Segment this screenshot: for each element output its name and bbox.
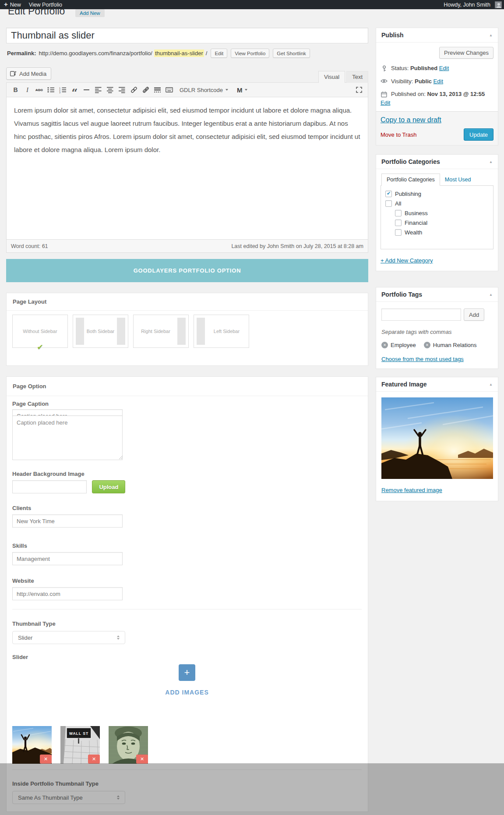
italic-button[interactable]: I [21,85,33,95]
get-shortlink-button[interactable]: Get Shortlink [273,49,310,58]
remove-tag-icon[interactable]: ✕ [424,342,430,348]
featured-image[interactable] [381,397,493,479]
admin-bar-new[interactable]: + New [0,0,25,9]
edit-portfolio-page: + New View Portfolio Howdy, John Smith E… [0,0,504,815]
tab-all-categories[interactable]: Portfolio Categories [381,174,440,186]
publish-title: Publish [381,32,404,39]
edit-visibility-link[interactable]: Edit [434,78,443,85]
word-count-label: Word count: [11,243,40,249]
layout-option-without-sidebar[interactable]: Without Sidebar ✔ [12,315,68,348]
copy-to-draft-link[interactable]: Copy to a new draft [381,116,441,124]
align-left-button[interactable] [92,85,104,95]
add-images-button[interactable]: ADD IMAGES [12,689,362,696]
toolbar-toggle-button[interactable] [163,85,175,95]
choose-most-used-link[interactable]: Choose from the most used tags [381,356,464,362]
view-portfolio-button[interactable]: View Portfolio [231,49,269,58]
numbered-list-icon: 123 [59,86,67,93]
layout-option-left-sidebar[interactable]: Left Sidebar [194,315,249,348]
add-media-button[interactable]: Add Media [6,67,51,80]
gdlr-shortcode-dropdown[interactable]: GDLR Shortcode [175,85,233,95]
align-center-button[interactable] [104,85,116,95]
category-row-wealth[interactable]: Wealth [395,229,489,236]
remove-featured-image-link[interactable]: Remove featured image [381,487,442,493]
remove-tag-icon[interactable]: ✕ [381,342,388,348]
collapse-icon[interactable]: ▲ [489,160,493,164]
collapse-icon[interactable]: ▲ [489,293,493,297]
website-input[interactable] [12,587,123,600]
sidebar-strip [117,318,125,345]
category-row-financial[interactable]: Financial [395,220,489,226]
category-row-business[interactable]: Business [395,210,489,216]
blockquote-button[interactable]: “ [69,85,81,95]
sidebar-strip [177,318,186,345]
slider-thumbnail-dollar[interactable]: ✕ [109,726,148,764]
tab-text[interactable]: Text [346,71,368,83]
m-logo-icon: M [237,86,242,94]
align-left-icon [95,86,102,93]
read-more-button[interactable] [152,85,163,95]
add-new-category-link[interactable]: + Add New Category [381,257,433,264]
permalink-slug[interactable]: thumbnail-as-slider [154,50,204,57]
published-on-value: Nov 13, 2013 @ 12:55 [427,91,485,97]
edit-published-link[interactable]: Edit [381,99,390,106]
add-tag-button[interactable]: Add [464,308,484,321]
insert-link-button[interactable] [128,85,140,95]
strikethrough-button[interactable]: ABC [33,85,45,95]
admin-bar-account[interactable]: Howdy, John Smith [442,2,492,8]
delete-image-button[interactable]: ✕ [88,755,100,764]
category-row-all[interactable]: All [385,200,489,207]
thumbnail-type-label: Thumbnail Type [12,620,362,627]
header-bg-input[interactable] [12,480,87,493]
move-to-trash-link[interactable]: Move to Trash [381,131,416,138]
tab-visual[interactable]: Visual [318,71,345,83]
tab-most-used[interactable]: Most Used [440,174,476,186]
chevron-down-icon [245,89,247,91]
layout-option-label: Both Sidebar [86,318,115,345]
add-image-plus-button[interactable]: + [179,664,195,681]
bulleted-list-button[interactable] [45,85,57,95]
checkbox[interactable] [395,229,402,236]
editor-content[interactable]: Lorem ipsum dolor sit amet, consectetur … [7,97,368,239]
checkbox[interactable] [395,220,402,226]
layout-option-both-sidebar[interactable]: Both Sidebar [73,315,128,348]
collapse-icon[interactable]: ▲ [489,383,493,386]
layout-option-label: Left Sidebar [207,318,246,345]
admin-bar-new-label: New [10,2,21,8]
preview-changes-button[interactable]: Preview Changes [439,47,493,59]
published-on-label: Published on: [391,91,426,97]
add-new-button[interactable]: Add New [75,9,105,17]
slider-thumbnail-sunset[interactable]: ✕ [12,726,52,764]
align-right-button[interactable] [116,85,128,95]
gdlr-shortcode-label: GDLR Shortcode [180,87,223,93]
category-row-publishing[interactable]: Publishing [385,191,489,197]
slider-thumbnail-wall-street[interactable]: WALL ST ✕ [60,726,100,764]
thumbnail-type-select[interactable]: Slider [12,631,125,644]
horizontal-rule-button[interactable] [81,85,92,95]
checkbox-checked[interactable] [385,191,392,197]
delete-image-button[interactable]: ✕ [40,755,52,764]
page-caption-textarea[interactable] [12,415,123,460]
post-title-input[interactable] [6,28,368,43]
numbered-list-button[interactable]: 123 [57,85,69,95]
word-count-value: 61 [42,243,48,249]
update-button[interactable]: Update [464,128,493,141]
edit-status-link[interactable]: Edit [439,65,449,71]
collapse-icon[interactable]: ▲ [489,33,493,37]
tag-label: Employee [391,342,416,348]
skills-input[interactable] [12,552,123,565]
bold-button[interactable]: B [10,85,21,95]
layout-option-right-sidebar[interactable]: Right Sidebar [133,315,189,348]
m-dropdown[interactable]: M [233,85,252,95]
user-avatar[interactable] [495,1,502,8]
remove-link-button[interactable] [140,85,152,95]
checkbox[interactable] [395,210,402,216]
checkbox[interactable] [385,200,392,207]
upload-button[interactable]: Upload [92,480,125,493]
delete-image-button[interactable]: ✕ [136,755,148,764]
clients-input[interactable] [12,514,123,528]
fullscreen-button[interactable] [353,85,365,95]
admin-bar-view-portfolio[interactable]: View Portfolio [25,0,66,9]
new-tag-input[interactable] [381,308,461,321]
permalink-row: Permalink: http://demo.goodlayers.com/fi… [6,48,368,58]
permalink-edit-button[interactable]: Edit [211,49,227,58]
